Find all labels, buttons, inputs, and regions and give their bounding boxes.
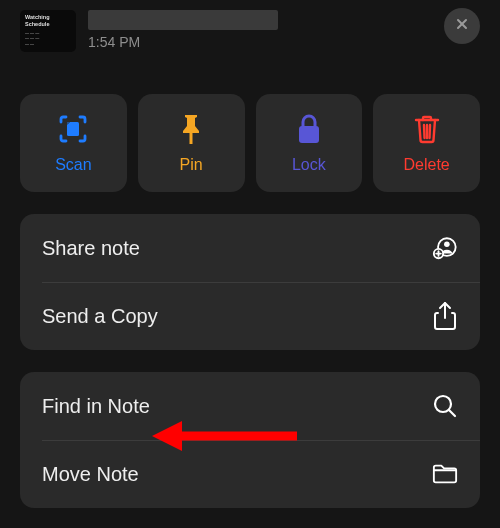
move-note-label: Move Note bbox=[42, 463, 139, 486]
move-note-item[interactable]: Move Note bbox=[20, 440, 480, 508]
search-icon bbox=[432, 393, 458, 419]
thumbnail-title: Watching Schedule bbox=[25, 14, 71, 28]
menu-group-share: Share note Send a Copy bbox=[20, 214, 480, 350]
scan-label: Scan bbox=[55, 156, 91, 174]
menu-group-note: Find in Note Move Note bbox=[20, 372, 480, 508]
delete-label: Delete bbox=[404, 156, 450, 174]
send-copy-item[interactable]: Send a Copy bbox=[20, 282, 480, 350]
find-in-note-label: Find in Note bbox=[42, 395, 150, 418]
find-in-note-item[interactable]: Find in Note bbox=[20, 372, 480, 440]
quick-actions: Scan Pin Lock bbox=[0, 94, 500, 192]
svg-line-14 bbox=[449, 410, 455, 416]
trash-icon bbox=[413, 112, 441, 146]
share-note-label: Share note bbox=[42, 237, 140, 260]
pin-button[interactable]: Pin bbox=[138, 94, 245, 192]
svg-rect-3 bbox=[190, 133, 193, 144]
svg-rect-2 bbox=[67, 122, 79, 136]
svg-line-5 bbox=[424, 125, 425, 138]
folder-icon bbox=[432, 461, 458, 487]
delete-button[interactable]: Delete bbox=[373, 94, 480, 192]
svg-point-9 bbox=[444, 242, 450, 248]
close-icon bbox=[454, 16, 470, 36]
share-up-icon bbox=[432, 303, 458, 329]
share-collaborate-icon bbox=[432, 235, 458, 261]
lock-label: Lock bbox=[292, 156, 326, 174]
svg-line-7 bbox=[429, 125, 430, 138]
header-row: Watching Schedule — — —— — —— — 1:54 PM bbox=[0, 0, 500, 52]
lock-button[interactable]: Lock bbox=[256, 94, 363, 192]
lock-icon bbox=[295, 112, 323, 146]
pin-icon bbox=[176, 112, 206, 146]
scan-button[interactable]: Scan bbox=[20, 94, 127, 192]
note-thumbnail[interactable]: Watching Schedule — — —— — —— — bbox=[20, 10, 76, 52]
note-timestamp: 1:54 PM bbox=[88, 34, 432, 50]
title-block: 1:54 PM bbox=[88, 10, 432, 50]
close-button[interactable] bbox=[444, 8, 480, 44]
share-note-item[interactable]: Share note bbox=[20, 214, 480, 282]
note-title-redacted bbox=[88, 10, 278, 30]
send-copy-label: Send a Copy bbox=[42, 305, 158, 328]
svg-rect-4 bbox=[299, 126, 319, 143]
scan-icon bbox=[56, 112, 90, 146]
pin-label: Pin bbox=[180, 156, 203, 174]
